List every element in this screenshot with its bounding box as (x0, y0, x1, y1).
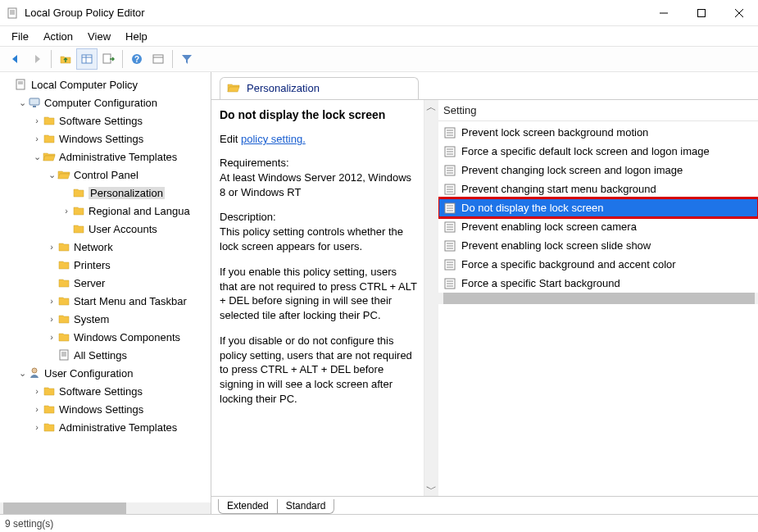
list-vscrollbar[interactable]: ︿ ﹀ (424, 100, 438, 496)
setting-label: Do not display the lock screen (461, 202, 603, 214)
setting-label: Prevent changing start menu background (461, 183, 656, 195)
tree-item[interactable]: ⌄Administrative Templates (0, 148, 211, 166)
back-button[interactable] (5, 48, 26, 70)
minimize-button[interactable] (645, 0, 683, 26)
tree-item[interactable]: User Accounts (0, 220, 211, 238)
list-row[interactable]: Prevent changing start menu background (438, 180, 758, 198)
pane-header: Personalization (211, 72, 758, 99)
help-button[interactable]: ? (126, 48, 148, 70)
twisty-icon[interactable]: › (46, 314, 57, 324)
svg-rect-14 (153, 55, 163, 63)
tree-item[interactable]: ⌄Computer Configuration (0, 93, 211, 111)
edit-line: Edit policy setting. (220, 133, 417, 145)
setting-icon (443, 258, 456, 271)
setting-icon (443, 183, 456, 196)
list-row[interactable]: Force a specific default lock screen and… (438, 142, 758, 161)
tree-icon (57, 294, 70, 307)
tree-item[interactable]: ›Administrative Templates (0, 418, 211, 436)
tree-icon (57, 312, 70, 325)
tree-label: Start Menu and Taskbar (74, 295, 187, 307)
twisty-icon[interactable]: ⌄ (46, 170, 57, 180)
right-pane: Personalization Do not display the lock … (211, 72, 758, 514)
edit-policy-link[interactable]: policy setting. (241, 133, 306, 145)
tree-label: Windows Settings (59, 403, 143, 416)
tree-icon (57, 348, 70, 361)
scroll-down-icon[interactable]: ﹀ (424, 482, 438, 496)
list-hscrollbar[interactable] (438, 293, 758, 304)
menu-view[interactable]: View (81, 29, 117, 44)
list-row[interactable]: Prevent changing lock screen and logon i… (438, 161, 758, 180)
tab-extended[interactable]: Extended (218, 499, 278, 514)
svg-point-25 (32, 368, 37, 373)
tree-item[interactable]: ⌄User Configuration (0, 364, 211, 382)
menu-help[interactable]: Help (119, 29, 154, 44)
tree-item[interactable]: ›Start Menu and Taskbar (0, 292, 211, 310)
tab-standard[interactable]: Standard (278, 499, 335, 514)
list-view-button[interactable] (76, 48, 98, 70)
menu-file[interactable]: File (5, 29, 35, 44)
svg-rect-11 (103, 54, 111, 63)
twisty-icon[interactable]: › (31, 116, 43, 125)
twisty-icon[interactable]: › (46, 332, 57, 342)
up-button[interactable] (55, 48, 76, 70)
twisty-icon[interactable]: › (46, 296, 57, 306)
twisty-icon[interactable]: › (46, 242, 57, 252)
twisty-icon[interactable]: › (31, 422, 43, 432)
tree-hscrollbar[interactable] (0, 502, 211, 514)
tree-icon (43, 421, 56, 434)
setting-label: Prevent enabling lock screen camera (461, 221, 637, 233)
twisty-icon[interactable]: › (31, 386, 43, 396)
tree-icon (57, 276, 70, 289)
filter-button[interactable] (176, 48, 197, 70)
tree-item[interactable]: ›Network (0, 238, 211, 256)
tree-item[interactable]: ›Software Settings (0, 382, 211, 400)
tree-item[interactable]: ›Windows Settings (0, 400, 211, 418)
content-area: Local Computer Policy⌄Computer Configura… (0, 72, 758, 514)
tree-icon (57, 168, 70, 181)
menubar: File Action View Help (0, 26, 758, 46)
tree-item[interactable]: Printers (0, 256, 211, 274)
tree-item[interactable]: ›Software Settings (0, 111, 211, 130)
maximize-button[interactable] (683, 0, 720, 26)
list-row[interactable]: Force a specific Start background (438, 274, 758, 293)
twisty-icon[interactable]: › (31, 404, 43, 414)
list-row[interactable]: Prevent enabling lock screen slide show (438, 236, 758, 255)
list-row[interactable]: Prevent enabling lock screen camera (438, 217, 758, 236)
tree-item[interactable]: ›System (0, 310, 211, 328)
scroll-up-icon[interactable]: ︿ (424, 100, 438, 114)
tree-root[interactable]: Local Computer Policy (0, 75, 211, 93)
tree-item[interactable]: All Settings (0, 346, 211, 364)
policy-tree[interactable]: Local Computer Policy⌄Computer Configura… (0, 72, 211, 502)
tree-icon (43, 384, 56, 398)
list-row[interactable]: Prevent lock screen background motion (438, 123, 758, 142)
twisty-icon[interactable]: › (61, 206, 72, 216)
twisty-icon[interactable]: ⌄ (16, 368, 28, 379)
close-button[interactable] (720, 0, 758, 26)
forward-button[interactable] (26, 48, 48, 70)
pane-body: Do not display the lock screen Edit poli… (211, 99, 758, 496)
tree-item[interactable]: ›Regional and Langua (0, 202, 211, 220)
export-button[interactable] (98, 48, 119, 70)
tree-item[interactable]: Server (0, 274, 211, 292)
tree-label: User Accounts (89, 223, 157, 235)
menu-action[interactable]: Action (37, 29, 79, 44)
twisty-icon[interactable]: ⌄ (16, 98, 28, 108)
tree-item[interactable]: ›Windows Settings (0, 130, 211, 148)
list-row[interactable]: Do not display the lock screen (438, 198, 758, 217)
setting-label: Prevent enabling lock screen slide show (461, 239, 651, 252)
svg-rect-0 (8, 8, 16, 18)
tree-item[interactable]: ⌄Control Panel (0, 166, 211, 184)
properties-button[interactable] (148, 48, 169, 70)
tree-item[interactable]: Personalization (0, 184, 211, 202)
tree-label: Windows Settings (59, 133, 143, 145)
tree-item[interactable]: ›Windows Components (0, 328, 211, 346)
list-column-header[interactable]: Setting (438, 100, 758, 121)
tree-label: Software Settings (59, 115, 143, 127)
setting-icon (443, 164, 456, 177)
twisty-icon[interactable]: › (31, 134, 43, 143)
tree-pane: Local Computer Policy⌄Computer Configura… (0, 72, 211, 514)
list-row[interactable]: Force a specific background and accent c… (438, 255, 758, 274)
tree-label: Local Computer Policy (31, 79, 138, 91)
tree-icon (72, 186, 85, 199)
twisty-icon[interactable]: ⌄ (31, 152, 43, 162)
